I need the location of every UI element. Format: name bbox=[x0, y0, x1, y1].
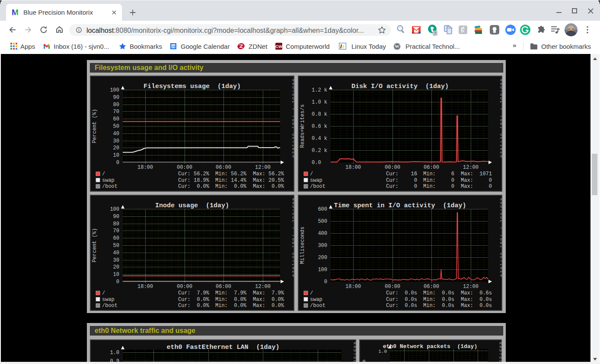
svg-text:swap: swap bbox=[102, 297, 115, 303]
svg-text:Reads+Writes/s: Reads+Writes/s bbox=[300, 104, 306, 148]
svg-text:06:00: 06:00 bbox=[216, 165, 231, 171]
svg-text:Cur: 0.0s: Cur: 0.0s bbox=[386, 297, 417, 303]
svg-text:90: 90 bbox=[113, 214, 119, 220]
svg-text:Max: 56.2%: Max: 56.2% bbox=[253, 171, 284, 177]
svg-text:Max: 0.0%: Max: 0.0% bbox=[253, 297, 284, 303]
svg-text:RRDTOOL / TOBI OETIKER: RRDTOOL / TOBI OETIKER bbox=[499, 79, 503, 159]
svg-text:18:00: 18:00 bbox=[345, 284, 361, 290]
svg-text:Cur: 0.0%: Cur: 0.0% bbox=[178, 303, 210, 309]
svg-text:1.0: 1.0 bbox=[378, 349, 387, 354]
svg-text:60: 60 bbox=[113, 235, 119, 241]
svg-text:70: 70 bbox=[113, 228, 119, 234]
svg-text:20: 20 bbox=[113, 145, 119, 151]
svg-text:Cur: 0: Cur: 0 bbox=[386, 177, 417, 184]
svg-text:40: 40 bbox=[113, 250, 119, 256]
svg-text:Cur: 0.0s: Cur: 0.0s bbox=[386, 290, 417, 296]
svg-text:Filesystems usage (1day): Filesystems usage (1day) bbox=[144, 83, 241, 90]
svg-text:Cur: 18.9%: Cur: 18.9% bbox=[178, 177, 210, 184]
svg-text:Min: 56.2%: Min: 56.2% bbox=[215, 171, 247, 177]
svg-text:1.0: 1.0 bbox=[110, 350, 119, 356]
svg-text:Min: 7.9%: Min: 7.9% bbox=[215, 290, 247, 296]
svg-text:300: 300 bbox=[318, 243, 327, 249]
svg-text:00:00: 00:00 bbox=[385, 165, 400, 171]
svg-text:00:00: 00:00 bbox=[177, 165, 192, 171]
svg-text:0.4 k: 0.4 k bbox=[312, 136, 327, 142]
svg-text:Min: 14.4%: Min: 14.4% bbox=[215, 177, 247, 184]
svg-text:Cur: 16: Cur: 16 bbox=[386, 171, 417, 177]
svg-text:06:00: 06:00 bbox=[216, 284, 231, 290]
svg-text:100: 100 bbox=[110, 206, 119, 212]
svg-text:18:00: 18:00 bbox=[345, 165, 361, 171]
svg-text:10: 10 bbox=[113, 272, 119, 278]
svg-text:Max: 0: Max: 0 bbox=[461, 177, 492, 184]
svg-text:Cur: 0.0%: Cur: 0.0% bbox=[178, 184, 210, 190]
svg-text:Time spent in I/O activity (1: Time spent in I/O activity (1day) bbox=[334, 202, 466, 209]
svg-text:Max: 7.9%: Max: 7.9% bbox=[253, 290, 284, 296]
svg-text:12:00: 12:00 bbox=[463, 165, 479, 171]
svg-text:RRDTOOL / TOBI OETIKER: RRDTOOL / TOBI OETIKER bbox=[352, 342, 357, 364]
svg-text:Min: 0.0s: Min: 0.0s bbox=[423, 290, 454, 296]
svg-text:Cur: 0: Cur: 0 bbox=[386, 184, 417, 190]
svg-text:/: / bbox=[102, 171, 105, 177]
svg-text:100: 100 bbox=[110, 87, 119, 93]
svg-text:0: 0 bbox=[116, 160, 119, 166]
svg-text:12:00: 12:00 bbox=[255, 284, 271, 290]
svg-text:30: 30 bbox=[113, 138, 119, 144]
svg-text:0: 0 bbox=[116, 279, 119, 285]
svg-text:Disk I/O activity (1day): Disk I/O activity (1day) bbox=[351, 83, 449, 90]
svg-text:Max: 20.5%: Max: 20.5% bbox=[253, 177, 284, 184]
svg-text:400: 400 bbox=[318, 231, 327, 237]
svg-text:1.0 k: 1.0 k bbox=[312, 99, 327, 105]
svg-text:/: / bbox=[310, 290, 313, 296]
svg-text:Min: 0.0s: Min: 0.0s bbox=[423, 297, 454, 303]
svg-text:Min: 0.0%: Min: 0.0% bbox=[215, 297, 247, 303]
svg-text:swap: swap bbox=[102, 177, 115, 184]
svg-text:eth0 Network packets (1day): eth0 Network packets (1day) bbox=[383, 343, 477, 350]
svg-text:12:00: 12:00 bbox=[255, 165, 271, 171]
svg-text:50: 50 bbox=[113, 123, 119, 130]
svg-text:00:00: 00:00 bbox=[177, 284, 192, 290]
svg-text:Cur: 0.0s: Cur: 0.0s bbox=[386, 303, 417, 309]
svg-text:Max: 0.0%: Max: 0.0% bbox=[253, 303, 284, 309]
svg-text:Min: 0.0s: Min: 0.0s bbox=[423, 303, 454, 309]
svg-text:Max: 0.0%: Max: 0.0% bbox=[253, 184, 284, 190]
svg-text:100: 100 bbox=[318, 267, 327, 273]
svg-text:80: 80 bbox=[113, 221, 119, 227]
svg-text:Percent (%): Percent (%) bbox=[92, 228, 98, 262]
svg-text:RRDTOOL / TOBI OETIKER: RRDTOOL / TOBI OETIKER bbox=[498, 342, 502, 364]
svg-text:Milliseconds: Milliseconds bbox=[300, 227, 306, 264]
svg-text:90: 90 bbox=[113, 95, 119, 101]
svg-text:Min: 0.0%: Min: 0.0% bbox=[215, 184, 247, 190]
svg-text:00:00: 00:00 bbox=[385, 284, 400, 290]
svg-text:500: 500 bbox=[318, 218, 327, 225]
svg-text:Cur: 0.0%: Cur: 0.0% bbox=[178, 297, 210, 303]
svg-text:1.2 k: 1.2 k bbox=[312, 87, 327, 93]
svg-text:Cur: 56.2%: Cur: 56.2% bbox=[178, 171, 210, 177]
svg-text:60: 60 bbox=[113, 116, 119, 122]
svg-text:0: 0 bbox=[324, 279, 327, 285]
svg-text:Min: 0.0%: Min: 0.0% bbox=[215, 303, 247, 309]
svg-text:0.8 k: 0.8 k bbox=[312, 111, 327, 117]
svg-text:/boot: /boot bbox=[102, 303, 118, 309]
svg-text:Max: 0: Max: 0 bbox=[461, 184, 492, 190]
svg-text:RRDTOOL / TOBI OETIKER: RRDTOOL / TOBI OETIKER bbox=[499, 198, 503, 278]
svg-text:eth0 FastEthernet LAN (1day): eth0 FastEthernet LAN (1day) bbox=[166, 344, 279, 351]
svg-text:10: 10 bbox=[113, 152, 119, 158]
svg-text:swap: swap bbox=[310, 177, 322, 184]
svg-text:Max: 0.0s: Max: 0.0s bbox=[461, 303, 492, 309]
svg-text:20: 20 bbox=[113, 264, 119, 270]
svg-text:Max: 1071: Max: 1071 bbox=[461, 171, 492, 177]
svg-text:0.6 k: 0.6 k bbox=[312, 123, 327, 130]
svg-text:/: / bbox=[310, 171, 313, 177]
svg-text:18:00: 18:00 bbox=[137, 165, 153, 171]
svg-text:18:00: 18:00 bbox=[137, 284, 153, 290]
svg-text:40: 40 bbox=[113, 131, 119, 137]
svg-text:06:00: 06:00 bbox=[424, 284, 439, 290]
svg-text:/: / bbox=[102, 290, 105, 296]
svg-text:80: 80 bbox=[113, 102, 119, 108]
svg-text:50: 50 bbox=[113, 243, 119, 249]
svg-text:0.0: 0.0 bbox=[312, 160, 327, 166]
svg-text:Min: 6: Min: 6 bbox=[423, 171, 454, 177]
svg-text:RRDTOOL / TOBI OETIKER: RRDTOOL / TOBI OETIKER bbox=[291, 198, 295, 278]
svg-text:Inode usage (1day): Inode usage (1day) bbox=[155, 202, 229, 209]
